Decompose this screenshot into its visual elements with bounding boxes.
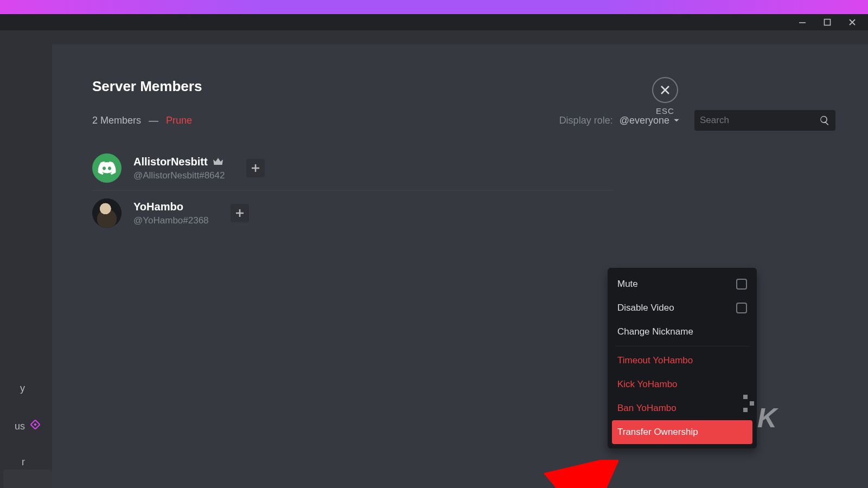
menu-item-label: Ban YoHambo <box>617 403 676 414</box>
svg-rect-0 <box>799 22 806 23</box>
search-field-wrap[interactable] <box>694 110 835 131</box>
member-count: 2 Members <box>92 115 141 126</box>
sidebar-selected-bg <box>3 470 52 488</box>
prune-link[interactable]: Prune <box>166 115 192 126</box>
menu-item-disable-video[interactable]: Disable Video <box>612 296 752 320</box>
window-titlebar <box>0 14 868 30</box>
minimize-button[interactable] <box>790 14 815 30</box>
menu-item-label: Timeout YoHambo <box>617 355 693 366</box>
search-input[interactable] <box>700 115 819 126</box>
menu-item-label: Kick YoHambo <box>617 379 678 390</box>
plus-icon <box>251 164 260 172</box>
menu-item-transfer-ownership[interactable]: Transfer Ownership <box>612 420 752 444</box>
menu-item-timeout[interactable]: Timeout YoHambo <box>612 349 752 373</box>
chevron-down-icon <box>673 117 680 124</box>
sidebar-item-fragment[interactable]: r <box>22 457 25 468</box>
member-context-menu: Mute Disable Video Change Nickname Timeo… <box>608 268 757 448</box>
close-icon <box>660 85 671 95</box>
member-name: AllistorNesbitt <box>133 156 225 168</box>
discord-logo-icon <box>98 161 116 175</box>
sidebar-item-fragment[interactable]: y <box>20 383 25 394</box>
member-tag: @AllistorNesbitt#8642 <box>133 170 225 181</box>
owner-crown-icon <box>213 157 223 166</box>
close-settings-button[interactable] <box>652 77 678 103</box>
menu-item-label: Change Nickname <box>617 326 693 337</box>
menu-item-kick[interactable]: Kick YoHambo <box>612 373 752 396</box>
checkbox-icon <box>736 303 747 313</box>
nitro-boost-icon <box>30 419 41 430</box>
members-toolbar: 2 Members — Prune Display role: @everyon… <box>92 110 835 131</box>
add-role-button[interactable] <box>231 204 249 222</box>
checkbox-icon <box>736 279 747 290</box>
close-window-button[interactable] <box>840 14 865 30</box>
avatar <box>92 153 122 183</box>
menu-separator <box>615 346 749 346</box>
role-filter-value: @everyone <box>620 115 669 126</box>
page-title: Server Members <box>92 78 835 95</box>
close-settings: ESC <box>652 77 678 115</box>
content-area: y us r Server Members 2 Members — Prune … <box>0 44 868 488</box>
display-role-label: Display role: <box>559 115 613 126</box>
svg-rect-1 <box>825 20 831 25</box>
role-filter-dropdown[interactable]: @everyone <box>620 115 680 126</box>
app-window: y us r Server Members 2 Members — Prune … <box>0 14 868 488</box>
avatar <box>92 198 122 228</box>
settings-sidebar: y us r <box>0 44 52 488</box>
maximize-button[interactable] <box>815 14 840 30</box>
menu-item-label: Transfer Ownership <box>617 427 698 438</box>
member-name-text: YoHambo <box>133 201 183 213</box>
menu-item-change-nickname[interactable]: Change Nickname <box>612 320 752 344</box>
member-name-text: AllistorNesbitt <box>133 156 208 168</box>
member-row[interactable]: AllistorNesbitt @AllistorNesbitt#8642 <box>92 146 613 190</box>
separator-dash: — <box>148 115 159 126</box>
member-name: YoHambo <box>133 201 209 213</box>
search-icon <box>819 115 830 126</box>
add-role-button[interactable] <box>246 159 265 177</box>
member-list: AllistorNesbitt @AllistorNesbitt#8642 Yo… <box>92 146 613 235</box>
esc-hint: ESC <box>652 106 678 115</box>
sidebar-item-fragment[interactable]: us <box>15 421 25 432</box>
menu-item-ban[interactable]: Ban YoHambo <box>612 396 752 420</box>
menu-item-mute[interactable]: Mute <box>612 272 752 296</box>
menu-item-label: Disable Video <box>617 303 674 313</box>
member-tag: @YoHambo#2368 <box>133 215 209 226</box>
plus-icon <box>235 209 244 217</box>
member-row[interactable]: YoHambo @YoHambo#2368 <box>92 190 613 235</box>
menu-item-label: Mute <box>617 279 638 290</box>
